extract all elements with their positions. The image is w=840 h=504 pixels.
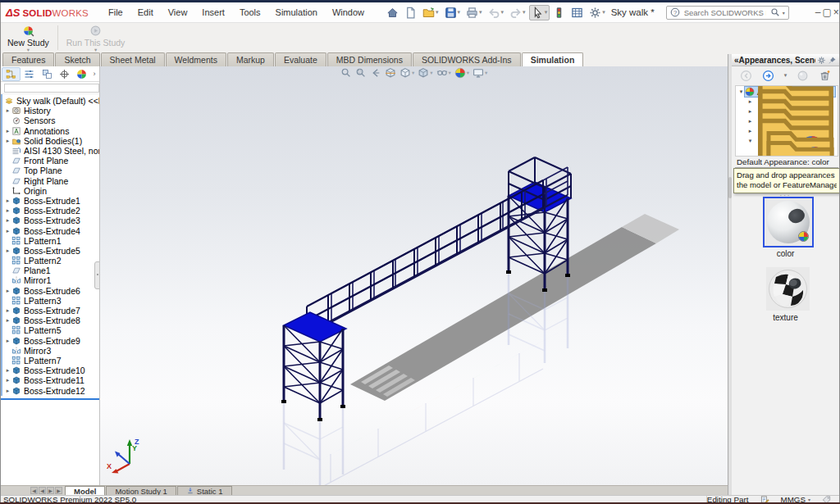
appearance-thumbnail-color[interactable] (765, 198, 812, 246)
menu-file[interactable]: File (102, 5, 130, 20)
open-button[interactable]: ▾ (420, 5, 441, 20)
tab-sheet-metal[interactable]: Sheet Metal (101, 52, 165, 66)
minimize-button[interactable]: – (815, 5, 821, 20)
tree-item-right-plane[interactable]: Right Plane (2, 176, 99, 186)
tree-item-boss-extrude7[interactable]: ▸Boss-Extrude7 (2, 306, 99, 316)
skywalk-model[interactable] (100, 66, 728, 485)
delete-appearance-icon[interactable] (819, 70, 831, 82)
search-input[interactable] (682, 7, 768, 18)
tab-weldments[interactable]: Weldments (166, 52, 226, 66)
search-dropdown-caret[interactable]: ▾ (783, 10, 785, 16)
menu-view[interactable]: View (162, 5, 194, 20)
appearance-node-textured[interactable]: Textured (736, 156, 838, 157)
tree-item-boss-extrude6[interactable]: ▸Boss-Extrude6 (2, 286, 99, 296)
tab-scroll-last-button[interactable]: ▶ (55, 487, 62, 494)
panel-tab-featuremanager[interactable] (2, 67, 21, 81)
menu-insert[interactable]: Insert (195, 5, 231, 20)
tab-scroll-first-button[interactable]: ◀ (30, 487, 38, 494)
tree-item-lpattern1[interactable]: LPattern1 (2, 236, 99, 246)
display-style-button[interactable]: ▾ (417, 67, 433, 79)
bom-table-button[interactable] (568, 5, 586, 20)
section-view-button[interactable] (384, 67, 397, 79)
redo-button[interactable]: ▾ (507, 5, 528, 20)
open-caret[interactable]: ▾ (436, 9, 439, 16)
view-settings-caret[interactable]: ▾ (485, 70, 487, 76)
expand-caret-icon[interactable]: ▸ (746, 118, 754, 125)
zoom-fit-button[interactable] (340, 67, 353, 79)
expand-caret-icon[interactable]: ▸ (4, 247, 11, 254)
tree-item-boss-extrude2[interactable]: ▸Boss-Extrude2 (2, 206, 99, 216)
tree-item-lpattern3[interactable]: LPattern3 (2, 296, 99, 306)
doc-tab-motion-study-1[interactable]: Motion Study 1 (106, 486, 176, 495)
tree-filter-input[interactable] (4, 84, 99, 93)
expand-caret-icon[interactable]: ▸ (4, 198, 11, 204)
tree-item-sky-walk-default-default[interactable]: Sky walk (Default) <<Default> (2, 96, 99, 106)
expand-caret-icon[interactable]: ▸ (4, 377, 11, 384)
tree-item-lpattern2[interactable]: LPattern2 (2, 256, 99, 266)
tree-item-plane1[interactable]: Plane1 (2, 266, 99, 275)
expand-caret-icon[interactable]: ▸ (4, 367, 11, 374)
tab-scroll-prev-button[interactable]: ◀ (39, 487, 46, 494)
tree-item-front-plane[interactable]: Front Plane (2, 156, 99, 166)
expand-caret-icon[interactable]: ▸ (4, 288, 11, 294)
tree-item-lpattern5[interactable]: LPattern5 (2, 325, 99, 335)
tree-item-boss-extrude3[interactable]: ▸Boss-Extrude3 (2, 216, 99, 225)
hide-show-items-caret[interactable]: ▾ (449, 70, 451, 76)
panel-tab-dimxpertmanager[interactable] (56, 67, 73, 81)
options-gear-caret[interactable]: ▾ (602, 9, 605, 16)
close-button[interactable]: × (833, 5, 839, 20)
menu-edit[interactable]: Edit (131, 5, 160, 20)
options-gear-button[interactable]: ▾ (587, 5, 608, 20)
tab-scroll-next-button[interactable]: ▶ (47, 487, 54, 494)
tree-item-origin[interactable]: Origin (2, 186, 99, 196)
rollback-bar[interactable] (1, 398, 99, 400)
expand-caret-icon[interactable]: ▸ (4, 107, 11, 114)
tab-sketch[interactable]: Sketch (55, 52, 99, 66)
undo-button[interactable]: ▾ (486, 5, 507, 20)
tree-item-mirror3[interactable]: Mirror3 (2, 346, 99, 356)
doc-tab-static-1[interactable]: Static 1 (177, 486, 232, 495)
tree-item-aisi-4130-steel-normalized[interactable]: AISI 4130 Steel, normalized (2, 146, 99, 156)
tree-item-mirror1[interactable]: Mirror1 (2, 275, 99, 285)
tree-item-boss-extrude12[interactable]: ▸Boss-Extrude12 (2, 385, 99, 395)
zoom-area-button[interactable] (354, 67, 368, 79)
expand-caret-icon[interactable]: ▸ (4, 207, 11, 214)
edit-appearance-caret[interactable]: ▾ (467, 70, 469, 76)
save-caret[interactable]: ▾ (458, 9, 461, 16)
view-orientation-button[interactable]: ▾ (399, 67, 415, 79)
search-icon[interactable] (770, 7, 780, 17)
redo-caret[interactable]: ▾ (523, 9, 526, 16)
tree-item-boss-extrude11[interactable]: ▸Boss-Extrude11 (2, 375, 99, 385)
select-cursor-button[interactable]: ▾ (529, 5, 550, 20)
tab-features[interactable]: Features (2, 52, 54, 66)
doc-tab-model[interactable]: Model (65, 486, 105, 495)
edit-appearance-button[interactable]: ▾ (454, 67, 470, 79)
tree-item-boss-extrude10[interactable]: ▸Boss-Extrude10 (2, 366, 99, 375)
expand-caret-icon[interactable]: ▸ (4, 388, 11, 394)
run-this-study-button[interactable]: Run This Study ▾ (60, 23, 132, 52)
expand-caret-icon[interactable]: ▸ (746, 108, 754, 115)
tree-item-sensors[interactable]: Sensors (2, 116, 99, 125)
tree-item-boss-extrude8[interactable]: ▸Boss-Extrude8 (2, 316, 99, 325)
new-study-button[interactable]: New Study ▾ (1, 23, 56, 52)
print-caret[interactable]: ▾ (479, 9, 482, 16)
menu-tools[interactable]: Tools (233, 5, 267, 20)
expand-caret-icon[interactable]: ▾ (737, 89, 745, 95)
rebuild-traffic-light-button[interactable] (550, 5, 568, 20)
graphics-area[interactable]: ▾▾▾▾▾ (100, 66, 728, 485)
expand-caret-icon[interactable]: ▸ (746, 98, 754, 105)
expand-caret-icon[interactable]: ▸ (746, 128, 754, 134)
panel-tab-displaymanager[interactable] (73, 67, 90, 81)
tab-simulation[interactable]: Simulation (522, 52, 584, 66)
tree-item-annotations[interactable]: ▸Annotations (2, 126, 99, 136)
tree-item-top-plane[interactable]: Top Plane (2, 166, 99, 175)
tab-mbd-dimensions[interactable]: MBD Dimensions (327, 52, 412, 66)
tab-markup[interactable]: Markup (227, 52, 274, 66)
tree-item-history[interactable]: ▸History (2, 106, 99, 116)
tree-item-lpattern7[interactable]: LPattern7 (2, 356, 99, 366)
expand-caret-icon[interactable]: ▸ (4, 317, 11, 324)
previous-view-button[interactable] (369, 67, 382, 79)
undo-caret[interactable]: ▾ (501, 9, 504, 16)
expand-caret-icon[interactable]: ▸ (4, 307, 11, 314)
panel-tab-overflow[interactable]: › (90, 70, 98, 78)
